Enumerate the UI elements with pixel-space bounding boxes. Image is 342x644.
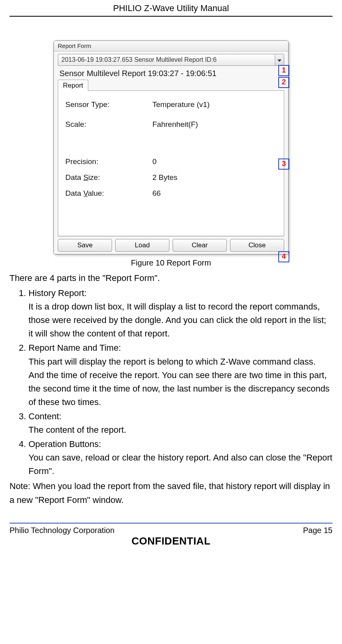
footer-page: Page 15 bbox=[303, 526, 332, 535]
item1-body: It is a drop down list box, It will disp… bbox=[28, 300, 332, 340]
item3-body: The content of the report. bbox=[28, 423, 332, 437]
tab-report[interactable]: Report bbox=[58, 80, 88, 91]
callout-1: 1 bbox=[278, 65, 289, 76]
precision-label: Precision: bbox=[65, 157, 152, 166]
app-window: Report Form 2013-06-19 19:03:27.653 Sens… bbox=[53, 40, 289, 254]
dropdown-button[interactable] bbox=[275, 54, 284, 65]
precision-value: 0 bbox=[152, 157, 157, 166]
screenshot-figure: Report Form 2013-06-19 19:03:27.653 Sens… bbox=[53, 40, 289, 254]
data-size-value: 2 Bytes bbox=[152, 173, 177, 182]
operation-button-bar: Save Load Clear Close bbox=[58, 236, 284, 252]
save-button[interactable]: Save bbox=[58, 239, 112, 252]
item4-title: Operation Buttons: bbox=[28, 439, 101, 449]
data-value-label: Data Value: bbox=[65, 189, 152, 198]
footer-company: Philio Technology Corporation bbox=[10, 526, 114, 535]
scale-value: Fahrenheit(F) bbox=[152, 120, 198, 129]
header-rule bbox=[10, 16, 332, 17]
footer-rule bbox=[10, 523, 332, 524]
sensor-type-label: Sensor Type: bbox=[65, 100, 152, 109]
sensor-type-value: Temperature (v1) bbox=[152, 100, 210, 109]
item2-title: Report Name and Time: bbox=[28, 343, 121, 353]
footer-confidential: CONFIDENTIAL bbox=[10, 535, 332, 547]
callout-3: 3 bbox=[278, 159, 289, 170]
callout-2: 2 bbox=[278, 77, 289, 88]
callout-4: 4 bbox=[278, 251, 289, 262]
item2-body: This part will display the report is bel… bbox=[28, 355, 332, 409]
item3-title: Content: bbox=[28, 411, 61, 421]
history-dropdown-text: 2013-06-19 19:03:27.653 Sensor Multileve… bbox=[61, 56, 217, 63]
data-size-label: Data Size: bbox=[65, 173, 152, 182]
history-dropdown[interactable]: 2013-06-19 19:03:27.653 Sensor Multileve… bbox=[58, 54, 284, 66]
data-value-value: 66 bbox=[152, 189, 161, 198]
item1-title: History Report: bbox=[28, 288, 87, 298]
window-titlebar: Report Form bbox=[54, 41, 288, 52]
item4-body: You can save, reload or clear the histor… bbox=[28, 451, 332, 478]
load-button[interactable]: Load bbox=[115, 239, 169, 252]
scale-label: Scale: bbox=[65, 120, 152, 129]
clear-button[interactable]: Clear bbox=[173, 239, 227, 252]
report-name-time: Sensor Multilevel Report 19:03:27 - 19:0… bbox=[59, 69, 284, 78]
doc-header: PHILIO Z-Wave Utility Manual bbox=[10, 0, 332, 16]
intro-text: There are 4 parts in the "Report Form". bbox=[10, 271, 332, 285]
report-content-pane: Sensor Type: Temperature (v1) Scale: Fah… bbox=[58, 90, 284, 236]
close-button[interactable]: Close bbox=[230, 239, 284, 252]
chevron-down-icon bbox=[277, 54, 281, 65]
note-text: Note: When you load the report from the … bbox=[10, 480, 332, 506]
